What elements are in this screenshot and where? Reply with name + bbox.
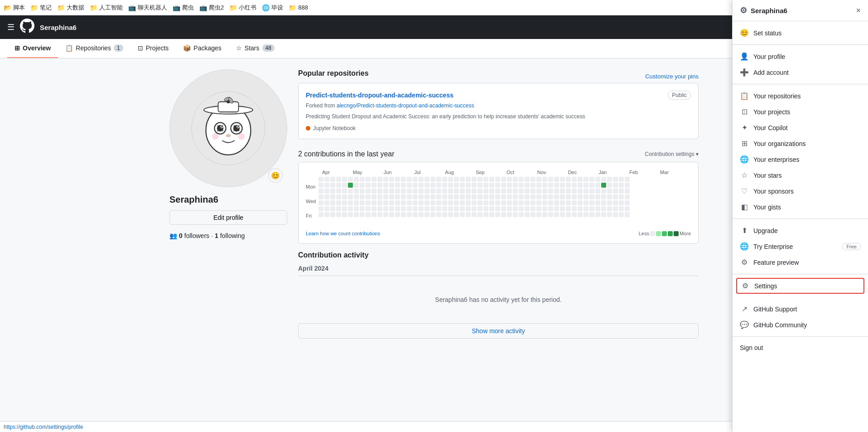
contrib-cell[interactable]	[495, 183, 500, 188]
contrib-cell[interactable]	[589, 200, 594, 205]
dropdown-your-organizations[interactable]: ⊞ Your organizations	[733, 136, 868, 151]
contrib-cell[interactable]	[560, 183, 565, 188]
contrib-cell[interactable]	[607, 177, 612, 182]
contrib-cell[interactable]	[454, 194, 459, 199]
contrib-cell[interactable]	[501, 183, 506, 188]
tab-stars[interactable]: ☆ Stars 48	[229, 39, 282, 58]
contrib-cell[interactable]	[389, 189, 394, 194]
contrib-cell[interactable]	[519, 206, 524, 211]
contrib-cell[interactable]	[536, 200, 541, 205]
contrib-cell[interactable]	[560, 194, 565, 199]
contrib-cell[interactable]	[318, 189, 323, 194]
dropdown-sign-out[interactable]: Sign out	[733, 340, 868, 349]
contrib-cell[interactable]	[342, 212, 347, 217]
contrib-cell[interactable]	[389, 177, 394, 182]
contrib-cell[interactable]	[430, 200, 435, 205]
contrib-cell[interactable]	[419, 183, 424, 188]
contrib-cell[interactable]	[430, 206, 435, 211]
contrib-cell[interactable]	[436, 212, 441, 217]
contrib-cell[interactable]	[354, 212, 359, 217]
contrib-cell[interactable]	[383, 212, 388, 217]
contrib-cell[interactable]	[448, 189, 453, 194]
contrib-cell[interactable]	[572, 212, 577, 217]
dropdown-your-profile[interactable]: 👤 Your profile	[733, 49, 868, 64]
contrib-cell[interactable]	[448, 200, 453, 205]
dropdown-upgrade[interactable]: ⬆ Upgrade	[733, 223, 868, 238]
contrib-cell[interactable]	[448, 183, 453, 188]
contrib-cell[interactable]	[566, 177, 571, 182]
contrib-cell[interactable]	[472, 183, 477, 188]
contrib-cell[interactable]	[424, 206, 429, 211]
contrib-cell[interactable]	[489, 189, 494, 194]
contrib-cell[interactable]	[560, 206, 565, 211]
contrib-cell[interactable]	[466, 200, 471, 205]
contrib-cell[interactable]	[536, 189, 541, 194]
contrib-cell[interactable]	[395, 206, 400, 211]
contrib-cell[interactable]	[483, 183, 488, 188]
contrib-cell[interactable]	[507, 177, 512, 182]
repo-name-link[interactable]: Predict-students-dropout-and-academic-su…	[306, 92, 453, 99]
contrib-cell[interactable]	[501, 194, 506, 199]
contrib-cell[interactable]	[330, 206, 335, 211]
contrib-cell[interactable]	[383, 183, 388, 188]
contrib-cell[interactable]	[472, 206, 477, 211]
contrib-cell[interactable]	[589, 206, 594, 211]
contrib-cell[interactable]	[401, 212, 406, 217]
contrib-cell[interactable]	[625, 212, 630, 217]
contrib-cell[interactable]	[371, 189, 376, 194]
contrib-cell[interactable]	[442, 189, 447, 194]
contrib-cell[interactable]	[360, 212, 365, 217]
contrib-cell[interactable]	[371, 200, 376, 205]
contrib-cell[interactable]	[371, 183, 376, 188]
contrib-cell[interactable]	[607, 183, 612, 188]
contrib-cell[interactable]	[542, 189, 547, 194]
contrib-cell[interactable]	[354, 177, 359, 182]
contrib-cell[interactable]	[513, 183, 518, 188]
contrib-cell[interactable]	[578, 200, 583, 205]
contrib-cell[interactable]	[554, 212, 559, 217]
contrib-cell[interactable]	[519, 189, 524, 194]
contrib-cell[interactable]	[442, 183, 447, 188]
contrib-cell[interactable]	[489, 183, 494, 188]
contrib-cell[interactable]	[442, 206, 447, 211]
contrib-cell[interactable]	[460, 194, 465, 199]
contrib-cell[interactable]	[318, 177, 323, 182]
contrib-cell[interactable]	[542, 200, 547, 205]
edit-profile-button[interactable]: Edit profile	[169, 210, 287, 225]
contrib-cell[interactable]	[619, 200, 624, 205]
contrib-cell[interactable]	[330, 183, 335, 188]
avatar-emoji-button[interactable]: 😊	[268, 168, 283, 183]
contrib-cell[interactable]	[377, 212, 382, 217]
contrib-cell[interactable]	[554, 194, 559, 199]
contrib-cell[interactable]	[583, 189, 588, 194]
contrib-cell[interactable]	[401, 206, 406, 211]
contrib-cell[interactable]	[348, 183, 353, 188]
contrib-cell[interactable]	[483, 194, 488, 199]
contrib-cell[interactable]	[454, 183, 459, 188]
contrib-cell[interactable]	[607, 189, 612, 194]
contrib-cell[interactable]	[389, 194, 394, 199]
contrib-cell[interactable]	[407, 189, 412, 194]
contrib-cell[interactable]	[413, 200, 418, 205]
contrib-cell[interactable]	[348, 212, 353, 217]
contrib-cell[interactable]	[454, 206, 459, 211]
contrib-cell[interactable]	[595, 189, 600, 194]
contrib-cell[interactable]	[424, 183, 429, 188]
contrib-cell[interactable]	[483, 206, 488, 211]
contrib-cell[interactable]	[536, 206, 541, 211]
bookmark-ai[interactable]: 📁 人工智能	[90, 4, 123, 12]
contrib-cell[interactable]	[477, 206, 482, 211]
contrib-cell[interactable]	[583, 206, 588, 211]
contrib-cell[interactable]	[413, 183, 418, 188]
contrib-cell[interactable]	[613, 189, 618, 194]
contrib-cell[interactable]	[501, 212, 506, 217]
contrib-cell[interactable]	[554, 183, 559, 188]
contrib-cell[interactable]	[330, 189, 335, 194]
contrib-cell[interactable]	[560, 177, 565, 182]
bookmark-notes[interactable]: 📁 笔记	[30, 4, 52, 12]
dropdown-your-enterprises[interactable]: 🌐 Your enterprises	[733, 151, 868, 167]
contrib-cell[interactable]	[383, 194, 388, 199]
dropdown-your-copilot[interactable]: ✦ Your Copilot	[733, 120, 868, 136]
contrib-cell[interactable]	[525, 189, 530, 194]
contrib-cell[interactable]	[601, 189, 606, 194]
